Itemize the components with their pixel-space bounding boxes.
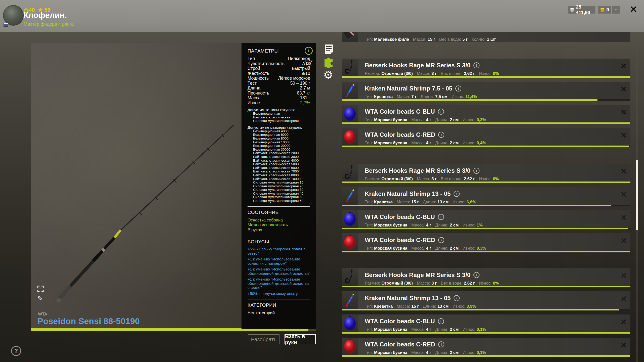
info-icon[interactable]: i (473, 62, 479, 68)
close-icon[interactable]: ✕ (619, 108, 628, 116)
info-icon[interactable]: i (454, 191, 460, 197)
item-stat-label: Износ: (479, 281, 492, 285)
item-stats-line: Тип:Морская бусинаМасса:4 гДлина:2 смИзн… (365, 327, 630, 332)
tackle-item-row[interactable]: Berserk Hooks Rage MR Series S 3/0iРазме… (342, 164, 630, 183)
item-stat-value: 4 г (426, 327, 431, 332)
durability-bar (342, 332, 630, 334)
bead-blue-icon (342, 210, 358, 228)
item-stat-value: 0,1% (477, 327, 486, 332)
info-icon[interactable]: i (438, 132, 444, 138)
favorite-star-icon[interactable]: ☆ (304, 56, 314, 67)
item-stat-label: Тип: (365, 246, 373, 250)
tackle-item-row[interactable]: Kraken Natural Shrimp 13 - 05iТип:Кревет… (342, 291, 630, 310)
item-stat-value: 4 г (426, 223, 431, 227)
silver-money-badge[interactable]: 25 411,93 (568, 6, 595, 14)
item-title: Kraken Natural Shrimp 13 - 05i (365, 295, 630, 302)
close-icon[interactable]: ✕ (619, 85, 628, 93)
tackle-item-row[interactable]: WTA Color beads C-BLUiТип:Морская бусина… (342, 314, 630, 334)
add-money-button[interactable]: + (612, 6, 620, 14)
close-icon[interactable]: ✕ (619, 131, 628, 140)
reel-size-item: Силовая мультипликаторная 60 (253, 199, 310, 203)
rig-group-2: Berserk Hooks Rage MR Series S 3/0iРазме… (342, 164, 630, 256)
close-icon[interactable]: ✕ (619, 190, 628, 199)
tackle-item-row[interactable]: Kraken Natural Shrimp 13 - 05iТип:Кревет… (342, 187, 630, 206)
reel-size-item: Силовая мультипликаторная 10 (253, 181, 310, 185)
item-stat-value: Креветка (374, 304, 393, 308)
info-icon[interactable]: i (438, 214, 444, 220)
reel-size-item: Байткаст. классическая 10000 (253, 177, 310, 181)
param-label: Прочность (248, 91, 269, 96)
avatar[interactable] (3, 5, 24, 26)
close-icon[interactable]: ✕ (619, 167, 628, 175)
durability-bar (342, 146, 630, 147)
take-in-hands-button[interactable]: Взять в руки (285, 334, 316, 344)
info-icon[interactable]: i (455, 85, 461, 92)
disassemble-button[interactable]: Разобрать (248, 334, 279, 344)
reel-size-item: Байткаст. классическая 7000 (253, 170, 310, 173)
item-stat-value: 4 г (426, 350, 431, 355)
tackle-item-row[interactable]: WTA Color beads C-REDiТип:Морская бусина… (342, 128, 630, 147)
item-stat-value: 0% (493, 281, 499, 285)
item-stat-value: Морская бусина (374, 350, 407, 355)
help-icon[interactable]: ? (11, 346, 21, 356)
tackle-item-row[interactable]: WTA Color beads C-BLUiТип:Морская бусина… (342, 105, 630, 124)
info-icon[interactable]: i (305, 47, 313, 55)
param-label: Тип (248, 56, 255, 61)
item-stat-label: Кол-во: (472, 37, 486, 41)
info-icon[interactable]: i (454, 295, 460, 301)
item-stat-label: Длина: (435, 223, 449, 227)
info-icon[interactable]: i (438, 109, 444, 115)
tackle-item-row[interactable]: WTA Color beads C-REDiТип:Морская бусина… (342, 233, 630, 252)
item-stat-value: Морская бусина (374, 117, 407, 122)
item-stat-value: 1% (477, 223, 483, 227)
tackle-item-row[interactable]: WTA Color beads C-BLUiТип:Морская бусина… (342, 210, 630, 229)
tackle-item-row[interactable]: Kraken Natural Shrimp 7.5 - 05iТип:Креве… (342, 82, 630, 101)
item-stat-label: Тип: (365, 200, 373, 204)
gear-icon[interactable]: ⚙ (323, 69, 333, 80)
state-title: СОСТОЯНИЕ (248, 210, 310, 215)
item-title-text: Berserk Hooks Rage MR Series S 3/0 (365, 272, 470, 279)
item-stat-value: Маленькое филе (374, 37, 409, 41)
tackle-item-row[interactable]: Berserk Hooks Rage MR Series S 3/0iРазме… (342, 268, 630, 287)
scrollbar-thumb[interactable] (636, 160, 638, 230)
reel-size-item: Байткаст. классическая 4000 (253, 159, 310, 163)
close-icon[interactable]: ✕ (619, 294, 628, 303)
item-stat-label: Износ: (463, 223, 475, 227)
close-icon[interactable]: ✕ (619, 236, 628, 245)
close-icon[interactable]: ✕ (619, 213, 628, 222)
gold-money-badge[interactable]: 0 (598, 6, 611, 14)
item-stat-label: Износ: (479, 71, 492, 76)
close-icon[interactable]: ✕ (619, 271, 628, 280)
close-icon[interactable]: ✕ (619, 62, 628, 70)
expand-view-icon[interactable] (37, 285, 44, 293)
durability-fill (342, 228, 628, 229)
item-stat-label: Тип: (365, 350, 373, 355)
close-icon[interactable]: ✕ (619, 341, 628, 349)
info-icon[interactable]: i (438, 318, 444, 324)
reel-size-item: Безынерционная 4000 (253, 129, 310, 133)
info-icon[interactable]: i (438, 237, 444, 243)
edit-pencil-icon[interactable]: ✎ (37, 295, 43, 303)
rig-assembly-puzzle-icon[interactable] (323, 55, 335, 69)
info-icon[interactable]: i (473, 168, 479, 174)
param-value: 50 – 190 г (290, 81, 310, 86)
state-item: Можно использовать (248, 222, 310, 228)
tackle-item-row[interactable]: Berserk Hooks Rage MR Series S 3/0iРазме… (342, 59, 630, 78)
info-icon[interactable]: i (438, 341, 444, 347)
params-rows: ТипПилкерноеЧувствительность7/10СтройБыс… (248, 56, 310, 105)
durability-fill (342, 286, 630, 287)
param-row: ТипПилкерное (248, 56, 310, 61)
info-icon[interactable]: i (473, 272, 479, 278)
tackle-item-row[interactable]: WTA Color beads C-REDiТип:Морская бусина… (342, 338, 630, 357)
header-bar: 40 ★ 56 Клофелин. Мастер фидера 4 ранга … (0, 0, 644, 32)
item-name: Poseidon Sensi 88-50190 (37, 316, 140, 326)
item-title: WTA Color beads C-BLUi (365, 318, 630, 325)
reel-types-list: БезынерционнаяБайткаст. классическаяСило… (248, 112, 310, 123)
param-row: Износ2,7% (248, 101, 310, 106)
russia-flag-icon (4, 23, 8, 27)
item-stat-label: Размер: (365, 281, 380, 285)
description-note-icon[interactable] (325, 44, 333, 55)
close-icon[interactable]: ✕ (619, 318, 628, 326)
item-stat-value: 2 см (450, 117, 459, 122)
close-icon[interactable]: ✕ (628, 5, 638, 15)
